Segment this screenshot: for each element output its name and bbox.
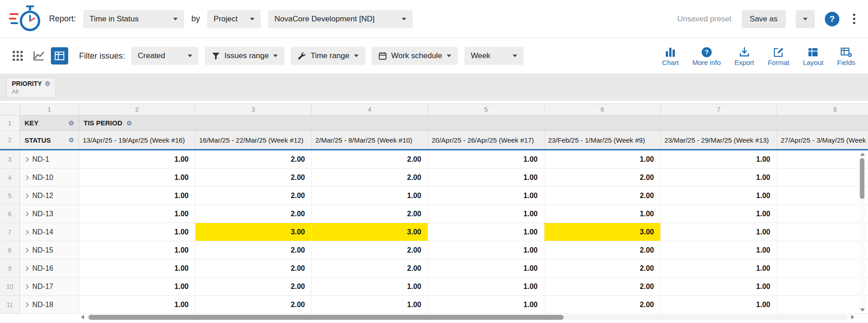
value-cell[interactable]: 1.00 <box>428 241 544 259</box>
value-cell[interactable]: 2.00 <box>544 187 661 205</box>
fields-action-button[interactable]: Fields <box>837 46 855 66</box>
value-cell[interactable]: 1.00 <box>79 241 195 259</box>
value-cell[interactable]: 1.00 <box>428 169 544 187</box>
value-cell[interactable]: 1.00 <box>661 259 777 278</box>
expand-chevron-icon[interactable] <box>24 157 29 162</box>
value-cell[interactable]: 1.00 <box>312 187 428 205</box>
value-cell[interactable]: 1.00 <box>79 223 195 241</box>
work-schedule-button[interactable]: Work schedule <box>372 47 458 65</box>
value-cell[interactable] <box>777 169 868 187</box>
value-cell[interactable]: 1.00 <box>661 296 777 314</box>
expand-chevron-icon[interactable] <box>24 248 29 253</box>
grid-view-button[interactable] <box>9 47 26 65</box>
value-cell[interactable]: 1.00 <box>661 278 777 296</box>
value-cell[interactable]: 1.00 <box>79 259 195 278</box>
value-cell[interactable]: 1.00 <box>661 205 777 223</box>
value-cell[interactable]: 1.00 <box>661 241 777 259</box>
value-cell[interactable]: 1.00 <box>661 223 777 241</box>
value-cell[interactable]: 2.00 <box>312 169 428 187</box>
value-cell[interactable]: 1.00 <box>661 150 777 169</box>
save-as-dropdown-button[interactable] <box>796 10 815 28</box>
save-as-button[interactable]: Save as <box>742 10 786 28</box>
value-cell[interactable]: 3.00 <box>312 223 428 241</box>
value-cell[interactable]: 1.00 <box>544 205 661 223</box>
value-cell[interactable]: 1.00 <box>79 169 195 187</box>
expand-chevron-icon[interactable] <box>24 284 29 289</box>
issue-key-cell[interactable]: ND-15 <box>20 241 79 259</box>
value-cell[interactable]: 1.00 <box>312 278 428 296</box>
chart-view-button[interactable] <box>30 47 47 65</box>
gear-icon[interactable]: ⚙ <box>45 80 50 87</box>
value-cell[interactable]: 1.00 <box>79 205 195 223</box>
value-cell[interactable] <box>777 150 868 169</box>
expand-chevron-icon[interactable] <box>24 175 29 180</box>
value-cell[interactable]: 2.00 <box>544 259 661 278</box>
value-cell[interactable]: 1.00 <box>428 205 544 223</box>
export-action-button[interactable]: Export <box>734 46 754 66</box>
value-cell[interactable]: 2.00 <box>312 205 428 223</box>
expand-chevron-icon[interactable] <box>24 266 29 271</box>
value-cell[interactable]: 2.00 <box>312 241 428 259</box>
gear-icon[interactable]: ⚙ <box>126 120 132 126</box>
expand-chevron-icon[interactable] <box>24 229 29 234</box>
issue-key-cell[interactable]: ND-17 <box>20 278 79 296</box>
value-cell[interactable]: 2.00 <box>195 296 312 314</box>
gear-icon[interactable]: ⚙ <box>68 137 74 143</box>
value-cell[interactable] <box>777 241 868 259</box>
value-cell[interactable]: 2.00 <box>312 259 428 278</box>
period-select[interactable]: Week <box>464 47 524 65</box>
value-cell[interactable]: 1.00 <box>428 259 544 278</box>
value-cell[interactable]: 1.00 <box>312 296 428 314</box>
value-cell[interactable]: 1.00 <box>428 296 544 314</box>
more-info-action-button[interactable]: ? More info <box>693 46 721 66</box>
vertical-scrollbar-thumb[interactable] <box>860 158 864 199</box>
value-cell[interactable]: 1.00 <box>79 296 195 314</box>
value-cell[interactable]: 3.00 <box>195 223 312 241</box>
issue-key-cell[interactable]: ND-10 <box>20 169 79 187</box>
expand-chevron-icon[interactable] <box>24 302 29 307</box>
value-cell[interactable]: 1.00 <box>79 150 195 169</box>
issue-key-cell[interactable]: ND-18 <box>20 296 79 314</box>
issues-range-button[interactable]: Issues range <box>205 47 284 65</box>
scroll-up-arrow-icon[interactable] <box>860 153 865 156</box>
value-cell[interactable]: 1.00 <box>661 169 777 187</box>
filter-issues-select[interactable]: Created <box>131 47 199 65</box>
value-cell[interactable] <box>777 187 868 205</box>
layout-action-button[interactable]: Layout <box>803 46 823 66</box>
value-cell[interactable]: 2.00 <box>544 278 661 296</box>
issue-key-cell[interactable]: ND-16 <box>20 259 79 278</box>
value-cell[interactable]: 2.00 <box>544 241 661 259</box>
group-by-select[interactable]: Project <box>207 10 261 28</box>
value-cell[interactable]: 1.00 <box>428 223 544 241</box>
value-cell[interactable]: 2.00 <box>195 150 312 169</box>
more-menu-button[interactable] <box>849 11 859 27</box>
value-cell[interactable]: 2.00 <box>195 205 312 223</box>
format-action-button[interactable]: Format <box>768 46 789 66</box>
value-cell[interactable]: 2.00 <box>195 241 312 259</box>
value-cell[interactable] <box>777 205 868 223</box>
value-cell[interactable]: 2.00 <box>195 169 312 187</box>
horizontal-scrollbar-track[interactable] <box>87 315 848 320</box>
issue-key-cell[interactable]: ND-1 <box>20 150 79 169</box>
value-cell[interactable]: 2.00 <box>544 296 661 314</box>
expand-chevron-icon[interactable] <box>24 193 29 198</box>
scroll-left-arrow-icon[interactable] <box>81 315 84 319</box>
horizontal-scrollbar-thumb[interactable] <box>89 315 564 320</box>
value-cell[interactable]: 2.00 <box>544 169 661 187</box>
value-cell[interactable]: 2.00 <box>195 278 312 296</box>
value-cell[interactable]: 1.00 <box>428 278 544 296</box>
priority-filter-chip[interactable]: PRIORITY ⚙ All <box>6 77 56 98</box>
value-cell[interactable]: 1.00 <box>544 150 661 169</box>
value-cell[interactable]: 1.00 <box>661 187 777 205</box>
issue-key-cell[interactable]: ND-12 <box>20 187 79 205</box>
scroll-right-arrow-icon[interactable] <box>851 315 854 319</box>
time-range-button[interactable]: Time range <box>291 47 365 65</box>
scroll-down-arrow-icon[interactable] <box>860 308 865 312</box>
expand-chevron-icon[interactable] <box>24 211 29 216</box>
horizontal-scrollbar[interactable] <box>81 314 854 320</box>
value-cell[interactable] <box>777 296 868 314</box>
value-cell[interactable]: 2.00 <box>195 259 312 278</box>
value-cell[interactable] <box>777 259 868 278</box>
value-cell[interactable]: 1.00 <box>79 187 195 205</box>
report-type-select[interactable]: Time in Status <box>83 10 184 28</box>
